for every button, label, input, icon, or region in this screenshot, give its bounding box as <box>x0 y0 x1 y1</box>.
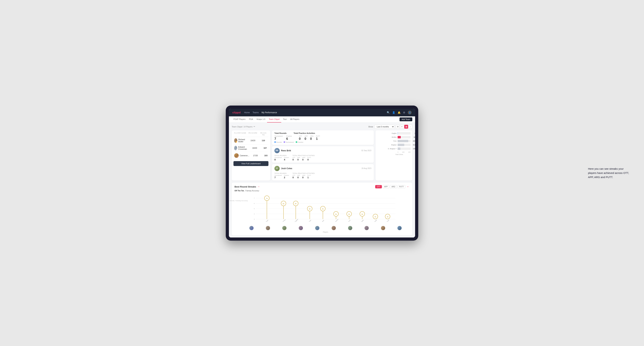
svg-text:3: 3 <box>254 218 255 220</box>
avatar <box>282 226 286 230</box>
svg-text:M. Miller: M. Miller <box>360 219 364 222</box>
team-header: Team Clippd 14 Players ✏ Show Last 3 mon… <box>232 125 412 129</box>
sub-nav-pga[interactable]: PGA <box>247 116 255 123</box>
nav-actions: 🔍 👤 🔔 ⚙ 👤 <box>387 111 412 114</box>
avatar[interactable]: 👤 <box>408 111 412 114</box>
show-controls: Show Last 3 months Last 6 months Last 12… <box>368 125 412 129</box>
add-team-button[interactable]: Add Team <box>400 117 412 121</box>
nav-teams[interactable]: Teams <box>252 111 259 114</box>
svg-text:6x: 6x <box>295 203 296 204</box>
list-item <box>266 226 270 230</box>
streak-svg: 7 6 5 4 3 7x <box>242 194 410 222</box>
table-row: 2 Edward Crossman 18/20 107 <box>234 144 268 152</box>
svg-text:3x: 3x <box>387 216 388 218</box>
three-col-layout: PLAYER NAME PB SCORE PB AVG SQ 1 Richard… <box>232 130 412 180</box>
sub-nav-tour[interactable]: Tour <box>281 116 288 123</box>
sub-nav-team-clippd[interactable]: Team Clippd <box>267 116 281 123</box>
list-item <box>332 226 336 230</box>
nav-my-performance[interactable]: My Performance <box>262 111 277 114</box>
avatar <box>398 226 402 230</box>
nav-home[interactable]: Home <box>244 111 250 114</box>
bar-chart-panel: Eagles 3 Birdies <box>376 130 412 180</box>
settings-icon[interactable]: ⚙ <box>403 111 405 114</box>
app-filter-btn[interactable]: APP <box>382 185 389 188</box>
player-cards-panel: Total Rounds Total Practice Activities T… <box>272 130 374 180</box>
avatar <box>348 226 352 230</box>
svg-text:R. Butler: R. Butler <box>373 219 377 222</box>
team-title: Team Clippd 14 Players <box>232 126 252 128</box>
svg-text:4x: 4x <box>362 213 363 215</box>
streaks-panel: Best Round Streaks ← OTT APP ARG PUTT ← <box>232 183 412 235</box>
avatar: JC <box>274 166 280 171</box>
list-view-btn[interactable]: ≡ <box>400 125 404 129</box>
nav-links: Home Teams My Performance <box>244 111 383 114</box>
sub-nav-pgat[interactable]: PGAT Players <box>232 116 247 123</box>
rank-badge: 2 <box>235 149 237 150</box>
edit-icon[interactable]: ✏ <box>254 126 255 128</box>
streaks-title: Best Round Streaks <box>234 185 256 188</box>
list-item <box>282 226 286 230</box>
card-view-btn[interactable]: ▦ <box>404 125 408 129</box>
streak-filter-arrow: ← <box>407 185 410 188</box>
player-card-josh: JC Josh Coles 26 Aug 2023 Total Rounds T… <box>272 164 374 180</box>
user-icon[interactable]: 👤 <box>392 111 395 114</box>
player-card-rounds: Total Rounds Total Practice Activities T… <box>272 130 374 145</box>
avatar <box>249 226 254 230</box>
table-row: 1 Richard Butler 19/20 110 <box>234 137 268 144</box>
avatar <box>332 226 336 230</box>
svg-text:4x: 4x <box>335 213 337 215</box>
leaderboard-panel: PLAYER NAME PB SCORE PB AVG SQ 1 Richard… <box>232 130 270 180</box>
streak-chart: Best Streak, Fairway Accuracy <box>236 194 410 233</box>
avatar <box>299 226 303 230</box>
period-select[interactable]: Last 3 months Last 6 months Last 12 mont… <box>374 125 394 129</box>
tablet-frame: clippd Home Teams My Performance 🔍 👤 🔔 ⚙… <box>226 106 418 241</box>
view-leaderboard-button[interactable]: View Full Leaderboard <box>234 161 268 166</box>
svg-text:E. Ebert: E. Ebert <box>264 219 268 222</box>
svg-text:J. Coles: J. Coles <box>308 219 312 222</box>
grid-view-btn[interactable]: ⊞ <box>396 125 400 129</box>
ott-filter-btn[interactable]: OTT <box>375 185 382 188</box>
player-card-rees: RB Rees Britt 02 Sep 2023 Total Rounds T… <box>272 146 374 163</box>
svg-text:3x: 3x <box>375 216 376 218</box>
arg-filter-btn[interactable]: ARG <box>390 185 397 188</box>
sub-nav-hcaps[interactable]: Hcaps 1-5 <box>255 116 267 123</box>
svg-text:R. Britt: R. Britt <box>321 220 324 222</box>
chart-view-btn[interactable]: ↓ <box>408 125 412 129</box>
streak-arrow-indicator: ← <box>258 185 260 188</box>
streak-filter-buttons: OTT APP ARG PUTT ← <box>375 185 410 188</box>
avatar: 1 <box>234 138 237 143</box>
sub-nav-all-players[interactable]: All Players <box>288 116 301 123</box>
list-item <box>315 226 320 230</box>
svg-text:5x: 5x <box>322 208 324 210</box>
avatar <box>315 226 320 230</box>
avatar: 3 <box>234 153 239 158</box>
annotation: Here you can see streaks your players ha… <box>588 167 630 179</box>
nav-bar: clippd Home Teams My Performance 🔍 👤 🔔 ⚙… <box>229 109 415 116</box>
svg-text:5: 5 <box>254 208 255 209</box>
main-content: Team Clippd 14 Players ✏ Show Last 3 mon… <box>229 123 415 237</box>
bar-row-dbogeys: D. Bogeys + 131 <box>388 148 410 150</box>
svg-text:E. Crossman: E. Crossman <box>333 218 338 222</box>
rank-badge: 1 <box>236 141 237 143</box>
list-item <box>381 226 385 230</box>
lb-header: PLAYER NAME PB SCORE PB AVG SQ <box>234 132 268 137</box>
avatar: 2 <box>234 146 237 150</box>
avatar: RB <box>274 148 280 153</box>
search-icon[interactable]: 🔍 <box>387 111 390 114</box>
players-avatars-row <box>242 226 410 230</box>
putt-filter-btn[interactable]: PUTT <box>398 185 405 188</box>
bell-icon[interactable]: 🔔 <box>398 111 400 114</box>
svg-text:B. Ford: B. Ford <box>347 219 351 222</box>
svg-text:7x: 7x <box>266 198 268 199</box>
view-icons: ⊞ ≡ ▦ ↓ <box>396 125 412 129</box>
list-item <box>249 226 254 230</box>
sub-nav: PGAT Players PGA Hcaps 1-5 Team Clippd T… <box>229 116 415 123</box>
players-x-label: Players <box>242 231 410 233</box>
list-item <box>398 226 402 230</box>
svg-text:4x: 4x <box>348 213 350 215</box>
svg-text:D. Billingham: D. Billingham <box>292 218 298 222</box>
bar-row-birdies: Birdies 96 <box>388 136 410 138</box>
svg-text:4: 4 <box>254 213 255 215</box>
bar-row-bogeys: Bogeys 311 <box>388 144 410 146</box>
avatar <box>266 226 270 230</box>
